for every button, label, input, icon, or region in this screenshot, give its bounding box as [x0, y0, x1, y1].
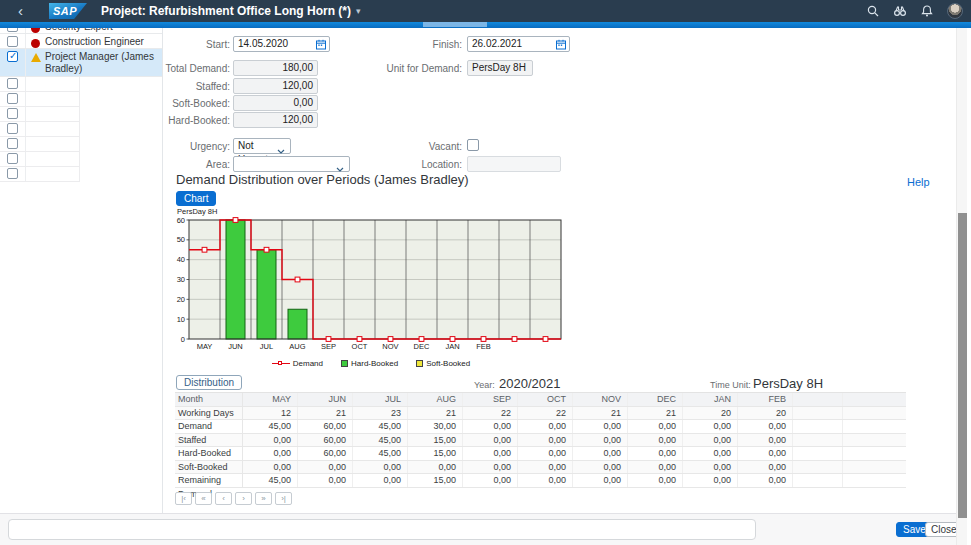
error-status-icon [31, 39, 40, 48]
cell-value: 0,00 [518, 474, 573, 487]
cell-value [793, 474, 843, 487]
svg-text:JUL: JUL [260, 342, 273, 351]
cell-value: 0,00 [738, 447, 793, 460]
table-row[interactable]: Demand45,0060,0045,0030,000,000,000,000,… [175, 420, 906, 434]
cell-value: 0,00 [243, 461, 298, 474]
svg-text:MAY: MAY [197, 342, 213, 351]
page-title[interactable]: Project: Refurbishment Office Long Horn … [101, 4, 351, 18]
column-header: JAN [683, 393, 738, 406]
calendar-icon[interactable] [316, 39, 326, 54]
unit-for-demand-field: PersDay 8H [467, 60, 533, 76]
column-header: FEB [738, 393, 793, 406]
start-date-input[interactable]: 14.05.2020 [233, 36, 330, 52]
fast-backward-button[interactable]: « [195, 492, 212, 505]
table-row[interactable]: Remaining Demand45,000,000,0015,000,000,… [175, 474, 906, 488]
cell-value: 0,00 [298, 461, 353, 474]
cell-value: 60,00 [298, 434, 353, 447]
back-button[interactable]: ‹ [18, 1, 23, 21]
urgency-select[interactable]: Not Urgent [233, 138, 291, 154]
cell-value: 0,00 [628, 474, 683, 487]
cell-value: 0,00 [408, 461, 463, 474]
column-header: MAY [243, 393, 298, 406]
cell-value: 0,00 [683, 434, 738, 447]
table-row[interactable]: Working Days12212321222221212020 [175, 407, 906, 421]
column-header: OCT [518, 393, 573, 406]
row-label: Soft-Booked [175, 461, 243, 474]
cell-value: 45,00 [243, 420, 298, 433]
first-page-button[interactable]: |‹ [175, 492, 192, 505]
scrollbar-thumb[interactable] [958, 213, 967, 518]
distribution-table: MonthMAYJUNJULAUGSEPOCTNOVDECJANFEBWorki… [175, 392, 906, 488]
cell-value: 0,00 [463, 447, 518, 460]
cell-value: 0,00 [573, 447, 628, 460]
list-item-empty[interactable] [0, 152, 80, 167]
row-checkbox[interactable] [7, 36, 18, 47]
chart-button[interactable]: Chart [176, 191, 216, 206]
column-header: Month [175, 393, 243, 406]
cell-value: 0,00 [683, 447, 738, 460]
row-checkbox-checked[interactable] [7, 51, 18, 62]
legend-color-box-icon [416, 360, 423, 367]
list-item-empty[interactable] [0, 167, 80, 182]
area-select[interactable] [233, 156, 350, 172]
list-item-empty[interactable] [0, 107, 80, 122]
distribution-button[interactable]: Distribution [176, 375, 242, 390]
cell-value: 0,00 [243, 434, 298, 447]
svg-text:NOV: NOV [382, 342, 398, 351]
cell-value: 0,00 [463, 434, 518, 447]
svg-text:0: 0 [181, 335, 185, 344]
table-row[interactable]: Soft-Booked0,000,000,000,000,000,000,000… [175, 461, 906, 475]
list-item-empty[interactable] [0, 92, 80, 107]
message-area[interactable] [8, 519, 756, 540]
svg-text:40: 40 [177, 255, 185, 264]
cell-value [793, 461, 843, 474]
vertical-scrollbar[interactable] [956, 28, 967, 545]
cell-value: 21 [628, 407, 683, 420]
legend-color-box-icon [341, 360, 348, 367]
cell-value [843, 434, 906, 447]
binoculars-icon[interactable] [893, 4, 907, 18]
list-item-empty[interactable] [0, 77, 80, 92]
row-checkbox[interactable] [7, 28, 18, 32]
row-checkbox[interactable] [7, 138, 18, 149]
shell-header: ‹ SAP Project: Refurbishment Office Long… [0, 0, 971, 22]
user-avatar[interactable] [947, 3, 963, 19]
finish-date-input[interactable]: 26.02.2021 [467, 36, 570, 52]
help-link[interactable]: Help [907, 176, 930, 188]
app-window: ‹ SAP Project: Refurbishment Office Long… [0, 0, 971, 545]
cell-value [843, 420, 906, 433]
footer-bar: Save Close [0, 513, 956, 545]
column-header: JUL [353, 393, 408, 406]
cell-value: 15,00 [408, 447, 463, 460]
vacant-checkbox[interactable] [467, 139, 479, 151]
row-checkbox[interactable] [7, 93, 18, 104]
last-page-button[interactable]: ›| [275, 492, 292, 505]
list-item-empty[interactable] [0, 122, 80, 137]
cell-value: 45,00 [353, 420, 408, 433]
row-checkbox[interactable] [7, 123, 18, 134]
title-dropdown-caret[interactable]: ▾ [356, 6, 361, 16]
staffed-label: Staffed: [118, 81, 230, 92]
cell-value: 0,00 [738, 420, 793, 433]
fast-forward-button[interactable]: » [255, 492, 272, 505]
chart-legend: DemandHard-BookedSoft-Booked [175, 359, 567, 368]
row-checkbox[interactable] [7, 108, 18, 119]
table-row[interactable]: Hard-Booked0,0060,0045,0015,000,000,000,… [175, 447, 906, 461]
next-page-button[interactable]: › [235, 492, 252, 505]
search-icon[interactable] [866, 4, 880, 18]
cell-value: 22 [463, 407, 518, 420]
row-checkbox[interactable] [7, 153, 18, 164]
cell-value [843, 407, 906, 420]
previous-page-button[interactable]: ‹ [215, 492, 232, 505]
list-item-empty[interactable] [0, 137, 80, 152]
row-checkbox[interactable] [7, 78, 18, 89]
table-row[interactable]: Staffed0,0060,0045,0015,000,000,000,000,… [175, 434, 906, 448]
cell-value: 20 [683, 407, 738, 420]
cell-value: 0,00 [738, 474, 793, 487]
notifications-bell-icon[interactable] [920, 4, 934, 18]
row-checkbox[interactable] [7, 168, 18, 179]
cell-value [793, 407, 843, 420]
calendar-icon[interactable] [556, 39, 566, 54]
sap-logo: SAP [49, 3, 87, 19]
cell-value: 60,00 [298, 447, 353, 460]
